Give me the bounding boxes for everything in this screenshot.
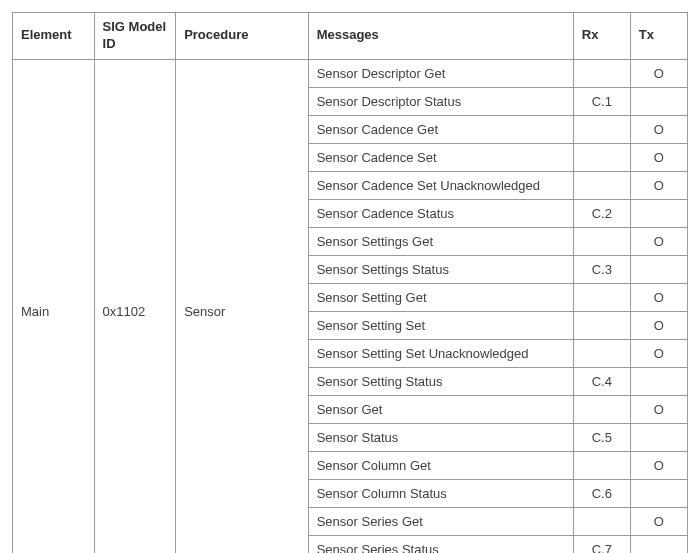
cell-message: Sensor Series Get (308, 507, 573, 535)
cell-rx: C.2 (573, 199, 630, 227)
header-rx: Rx (573, 13, 630, 60)
cell-rx (573, 171, 630, 199)
cell-tx: O (630, 115, 687, 143)
cell-message: Sensor Column Status (308, 479, 573, 507)
table-header-row: Element SIG Model ID Procedure Messages … (13, 13, 688, 60)
cell-rx: C.5 (573, 423, 630, 451)
cell-tx: O (630, 283, 687, 311)
cell-message: Sensor Cadence Status (308, 199, 573, 227)
cell-tx (630, 535, 687, 553)
table-row: Main0x1102SensorSensor Descriptor GetO (13, 59, 688, 87)
cell-tx: O (630, 227, 687, 255)
cell-message: Sensor Cadence Set (308, 143, 573, 171)
cell-tx (630, 367, 687, 395)
cell-rx (573, 311, 630, 339)
cell-message: Sensor Series Status (308, 535, 573, 553)
cell-message: Sensor Setting Get (308, 283, 573, 311)
cell-message: Sensor Setting Status (308, 367, 573, 395)
cell-rx (573, 339, 630, 367)
cell-rx (573, 451, 630, 479)
cell-model-id: 0x1102 (94, 59, 176, 553)
cell-message: Sensor Descriptor Status (308, 87, 573, 115)
cell-tx (630, 199, 687, 227)
header-procedure: Procedure (176, 13, 309, 60)
cell-message: Sensor Setting Set (308, 311, 573, 339)
cell-rx (573, 59, 630, 87)
cell-tx: O (630, 311, 687, 339)
cell-tx (630, 423, 687, 451)
cell-tx (630, 87, 687, 115)
cell-tx: O (630, 143, 687, 171)
table-body: Main0x1102SensorSensor Descriptor GetOSe… (13, 59, 688, 553)
header-messages: Messages (308, 13, 573, 60)
cell-element: Main (13, 59, 95, 553)
cell-tx: O (630, 59, 687, 87)
header-element: Element (13, 13, 95, 60)
header-tx: Tx (630, 13, 687, 60)
cell-rx (573, 507, 630, 535)
cell-tx: O (630, 451, 687, 479)
cell-rx: C.4 (573, 367, 630, 395)
cell-message: Sensor Cadence Get (308, 115, 573, 143)
cell-rx (573, 227, 630, 255)
cell-rx (573, 143, 630, 171)
cell-message: Sensor Descriptor Get (308, 59, 573, 87)
cell-tx (630, 479, 687, 507)
cell-rx: C.7 (573, 535, 630, 553)
cell-rx: C.1 (573, 87, 630, 115)
cell-tx (630, 255, 687, 283)
cell-message: Sensor Column Get (308, 451, 573, 479)
cell-rx: C.6 (573, 479, 630, 507)
cell-rx (573, 115, 630, 143)
cell-message: Sensor Cadence Set Unacknowledged (308, 171, 573, 199)
model-message-table: Element SIG Model ID Procedure Messages … (12, 12, 688, 553)
cell-rx (573, 395, 630, 423)
cell-message: Sensor Setting Set Unacknowledged (308, 339, 573, 367)
cell-procedure: Sensor (176, 59, 309, 553)
cell-tx: O (630, 507, 687, 535)
cell-message: Sensor Settings Get (308, 227, 573, 255)
cell-tx: O (630, 339, 687, 367)
cell-tx: O (630, 395, 687, 423)
cell-tx: O (630, 171, 687, 199)
cell-message: Sensor Get (308, 395, 573, 423)
header-model-id: SIG Model ID (94, 13, 176, 60)
cell-message: Sensor Settings Status (308, 255, 573, 283)
cell-rx: C.3 (573, 255, 630, 283)
cell-message: Sensor Status (308, 423, 573, 451)
cell-rx (573, 283, 630, 311)
